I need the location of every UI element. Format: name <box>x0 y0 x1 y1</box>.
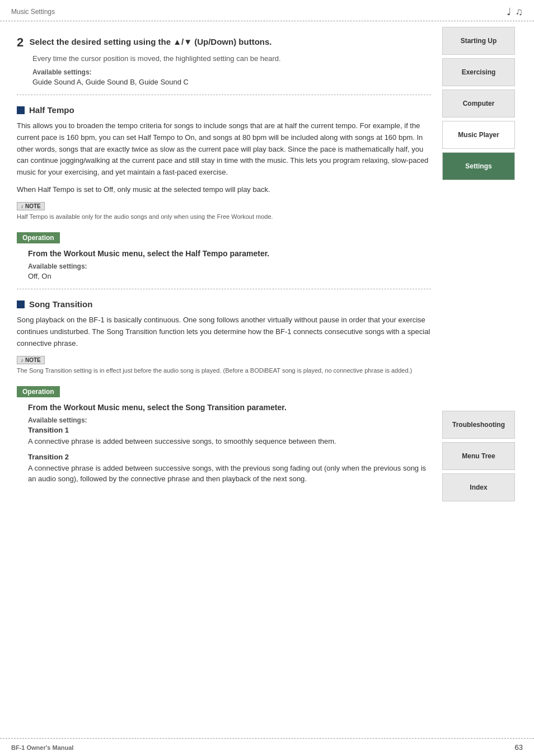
song-transition-title: Song Transition <box>29 299 92 309</box>
transition2-title: Transition 2 <box>28 453 431 461</box>
half-tempo-square <box>17 106 25 114</box>
right-sidebar: Starting Up Exercising Computer Music Pl… <box>442 27 515 501</box>
step-available-label: Available settings: <box>32 68 431 76</box>
divider-2 <box>17 289 431 289</box>
transition1-desc: A connective phrase is added between suc… <box>28 436 431 447</box>
divider-1 <box>17 95 431 95</box>
half-tempo-note-label: NOTE <box>17 202 45 210</box>
sidebar-item-starting-up[interactable]: Starting Up <box>442 27 515 55</box>
sidebar-item-troubleshooting[interactable]: Troubleshooting <box>442 411 515 439</box>
sidebar-item-menu-tree[interactable]: Menu Tree <box>442 442 515 470</box>
sidebar-spacer <box>442 184 515 410</box>
song-transition-note-text: The Song Transition setting is in effect… <box>17 366 431 375</box>
footer-title: BF-1 Owner's Manual <box>11 744 73 751</box>
transition2-desc: A connective phrase is added between suc… <box>28 463 431 485</box>
sidebar-item-index[interactable]: Index <box>442 473 515 501</box>
sidebar-item-music-player[interactable]: Music Player <box>442 121 515 149</box>
half-tempo-op-instruction: From the Workout Music menu, select the … <box>28 249 431 258</box>
music-icon-2: ♫ <box>516 6 523 18</box>
step-description: Every time the cursor position is moved,… <box>32 54 431 63</box>
half-tempo-op-available-value: Off, On <box>28 272 431 280</box>
half-tempo-operation-box: Operation <box>17 232 60 243</box>
step-number: 2 <box>17 35 24 49</box>
song-transition-note-label: NOTE <box>17 356 45 364</box>
step-text: Select the desired setting using the ▲/▼… <box>29 37 271 46</box>
song-transition-body: Song playback on the BF-1 is basically c… <box>17 314 431 349</box>
transition1-title: Transition 1 <box>28 426 431 434</box>
half-tempo-heading: Half Tempo <box>17 105 431 115</box>
step-heading: 2 Select the desired setting using the ▲… <box>17 35 431 50</box>
half-tempo-note: NOTE Half Tempo is available only for th… <box>17 201 431 222</box>
music-icon-1: ♩ <box>507 6 511 18</box>
page-container: Music Settings ♩ ♫ 2 Select the desired … <box>0 0 534 756</box>
song-transition-square <box>17 300 25 308</box>
song-transition-op-instruction: From the Workout Music menu, select the … <box>28 403 431 412</box>
half-tempo-op-available-label: Available settings: <box>28 262 431 270</box>
half-tempo-title: Half Tempo <box>29 105 74 115</box>
step-available-value: Guide Sound A, Guide Sound B, Guide Soun… <box>32 78 431 86</box>
song-transition-heading: Song Transition <box>17 299 431 309</box>
sidebar-item-computer[interactable]: Computer <box>442 90 515 118</box>
top-header: Music Settings ♩ ♫ <box>0 0 534 21</box>
sidebar-item-exercising[interactable]: Exercising <box>442 58 515 86</box>
bottom-footer: BF-1 Owner's Manual 63 <box>0 738 534 756</box>
header-title: Music Settings <box>11 8 55 16</box>
left-content: 2 Select the desired setting using the ▲… <box>0 27 442 501</box>
header-icons: ♩ ♫ <box>507 6 523 18</box>
half-tempo-note-text: Half Tempo is available only for the aud… <box>17 212 431 222</box>
sidebar-item-settings[interactable]: Settings <box>442 152 515 180</box>
song-transition-operation-box: Operation <box>17 386 60 397</box>
song-transition-op-available-label: Available settings: <box>28 416 431 424</box>
half-tempo-body2: When Half Tempo is set to Off, only musi… <box>17 184 431 196</box>
half-tempo-body1: This allows you to broaden the tempo cri… <box>17 120 431 179</box>
footer-page: 63 <box>515 743 523 752</box>
main-content: 2 Select the desired setting using the ▲… <box>0 21 534 501</box>
song-transition-note: NOTE The Song Transition setting is in e… <box>17 355 431 375</box>
